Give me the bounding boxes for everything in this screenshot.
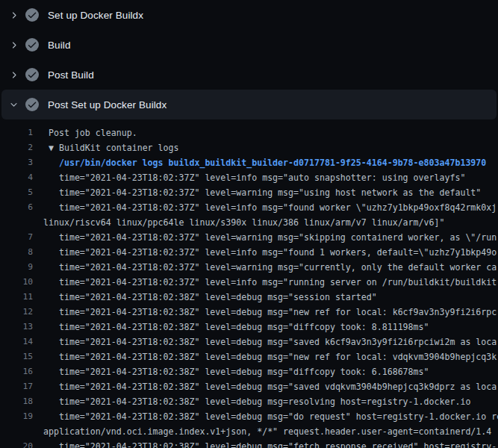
- log-line-text: linux/riscv64 linux/ppc64le linux/s390x …: [43, 215, 444, 230]
- line-number: [0, 215, 33, 230]
- log-line: 16 time="2021-04-23T18:02:38Z" level=deb…: [0, 364, 498, 379]
- step-name: Build: [48, 40, 71, 51]
- step-name: Post Build: [48, 69, 94, 81]
- log-line-text: time="2021-04-23T18:02:38Z" level=debug …: [43, 305, 497, 320]
- log-line: 11 time="2021-04-23T18:02:38Z" level=deb…: [0, 290, 498, 305]
- chevron-down-icon: [7, 99, 19, 111]
- log-line: 5 time="2021-04-23T18:02:37Z" level=warn…: [0, 185, 498, 200]
- check-circle-icon: [25, 98, 39, 111]
- chevron-right-icon: [7, 39, 19, 51]
- log-line-wrap: application/vnd.oci.image.index.v1+json,…: [0, 424, 498, 439]
- log-line-text: time="2021-04-23T18:02:38Z" level=debug …: [43, 335, 497, 349]
- log-line-text: Post job cleanup.: [43, 125, 137, 140]
- line-number[interactable]: 16: [0, 364, 33, 379]
- log-line: 6 time="2021-04-23T18:02:37Z" level=info…: [0, 200, 498, 215]
- line-number[interactable]: 6: [0, 200, 33, 215]
- log-line: 2 ▼ BuildKit container logs: [0, 140, 498, 155]
- line-number[interactable]: 5: [0, 185, 33, 200]
- log-line: 3 /usr/bin/docker logs buildx_buildkit_b…: [0, 155, 498, 170]
- log-line-text: time="2021-04-23T18:02:38Z" level=debug …: [43, 439, 497, 448]
- log-line-text: application/vnd.oci.image.index.v1+json,…: [43, 424, 491, 439]
- step-row-build[interactable]: Build: [0, 30, 498, 60]
- log-line-text: time="2021-04-23T18:02:38Z" level=debug …: [43, 349, 497, 364]
- line-number[interactable]: 7: [0, 230, 33, 245]
- log-line: 9 time="2021-04-23T18:02:37Z" level=warn…: [0, 260, 498, 275]
- step-name: Post Set up Docker Buildx: [48, 99, 166, 111]
- chevron-right-icon: [7, 69, 19, 81]
- log-line-text: time="2021-04-23T18:02:37Z" level=warnin…: [43, 260, 497, 275]
- step-row-post-set-up-docker-buildx[interactable]: Post Set up Docker Buildx: [1, 90, 497, 119]
- log-line: 13 time="2021-04-23T18:02:38Z" level=deb…: [0, 320, 498, 335]
- log-line-text: time="2021-04-23T18:02:38Z" level=debug …: [43, 320, 429, 335]
- line-number: [0, 424, 33, 439]
- log-line: 19 time="2021-04-23T18:02:38Z" level=deb…: [0, 409, 498, 424]
- log-line-text: time="2021-04-23T18:02:37Z" level=info m…: [43, 200, 497, 215]
- collapse-triangle-icon[interactable]: ▼: [49, 143, 54, 153]
- log-line-text: time="2021-04-23T18:02:38Z" level=debug …: [43, 394, 470, 409]
- line-number[interactable]: 17: [0, 379, 33, 394]
- line-number[interactable]: 10: [0, 275, 33, 290]
- log-line-text: time="2021-04-23T18:02:37Z" level=info m…: [43, 275, 497, 290]
- steps-list: Set up Docker BuildxBuildPost BuildPost …: [0, 0, 498, 119]
- log-line-wrap: linux/riscv64 linux/ppc64le linux/s390x …: [0, 215, 498, 230]
- log-line-text: time="2021-04-23T18:02:37Z" level=info m…: [43, 170, 465, 185]
- log-line: 4 time="2021-04-23T18:02:37Z" level=info…: [0, 170, 498, 185]
- line-number[interactable]: 11: [0, 290, 33, 305]
- log-group-label: BuildKit container logs: [59, 143, 179, 153]
- line-number[interactable]: 12: [0, 305, 33, 320]
- line-number[interactable]: 13: [0, 320, 33, 335]
- log-line-text: time="2021-04-23T18:02:38Z" level=debug …: [43, 364, 429, 379]
- log-line: 7 time="2021-04-23T18:02:37Z" level=warn…: [0, 230, 498, 245]
- log-line: 12 time="2021-04-23T18:02:38Z" level=deb…: [0, 305, 498, 320]
- chevron-right-icon: [7, 9, 19, 21]
- line-number[interactable]: 20: [0, 439, 33, 448]
- line-number[interactable]: 3: [0, 155, 33, 170]
- line-number[interactable]: 19: [0, 409, 33, 424]
- check-circle-icon: [25, 38, 39, 52]
- log-line-text: time="2021-04-23T18:02:38Z" level=debug …: [43, 290, 377, 305]
- line-number[interactable]: 8: [0, 245, 33, 260]
- check-circle-icon: [25, 68, 39, 81]
- actions-log-panel: Set up Docker BuildxBuildPost BuildPost …: [0, 0, 498, 448]
- line-number[interactable]: 18: [0, 394, 33, 409]
- log-viewer[interactable]: 1 Post job cleanup.2 ▼ BuildKit containe…: [0, 119, 498, 448]
- line-number[interactable]: 1: [0, 125, 33, 140]
- log-line-text: ▼ BuildKit container logs: [43, 140, 179, 155]
- log-line: 10 time="2021-04-23T18:02:37Z" level=inf…: [0, 275, 498, 290]
- line-number[interactable]: 9: [0, 260, 33, 275]
- step-name: Set up Docker Buildx: [48, 10, 143, 21]
- line-number[interactable]: 14: [0, 335, 33, 349]
- log-line-text: time="2021-04-23T18:02:37Z" level=info m…: [43, 245, 497, 260]
- log-line-text: time="2021-04-23T18:02:38Z" level=debug …: [43, 379, 497, 394]
- line-number[interactable]: 15: [0, 349, 33, 364]
- log-line: 15 time="2021-04-23T18:02:38Z" level=deb…: [0, 349, 498, 364]
- log-command-text: /usr/bin/docker logs buildx_buildkit_bui…: [43, 155, 486, 170]
- step-row-post-build[interactable]: Post Build: [0, 60, 498, 90]
- line-number[interactable]: 4: [0, 170, 33, 185]
- log-line: 1 Post job cleanup.: [0, 125, 498, 140]
- line-number[interactable]: 2: [0, 140, 33, 155]
- log-line-text: time="2021-04-23T18:02:37Z" level=warnin…: [43, 185, 481, 200]
- log-line: 17 time="2021-04-23T18:02:38Z" level=deb…: [0, 379, 498, 394]
- log-line-text: time="2021-04-23T18:02:38Z" level=debug …: [43, 409, 498, 424]
- log-line: 8 time="2021-04-23T18:02:37Z" level=info…: [0, 245, 498, 260]
- log-line: 18 time="2021-04-23T18:02:38Z" level=deb…: [0, 394, 498, 409]
- step-row-set-up-docker-buildx[interactable]: Set up Docker Buildx: [0, 0, 498, 30]
- log-line-text: time="2021-04-23T18:02:37Z" level=warnin…: [43, 230, 497, 245]
- log-line: 20 time="2021-04-23T18:02:38Z" level=deb…: [0, 439, 498, 448]
- log-line: 14 time="2021-04-23T18:02:38Z" level=deb…: [0, 335, 498, 349]
- check-circle-icon: [25, 8, 39, 22]
